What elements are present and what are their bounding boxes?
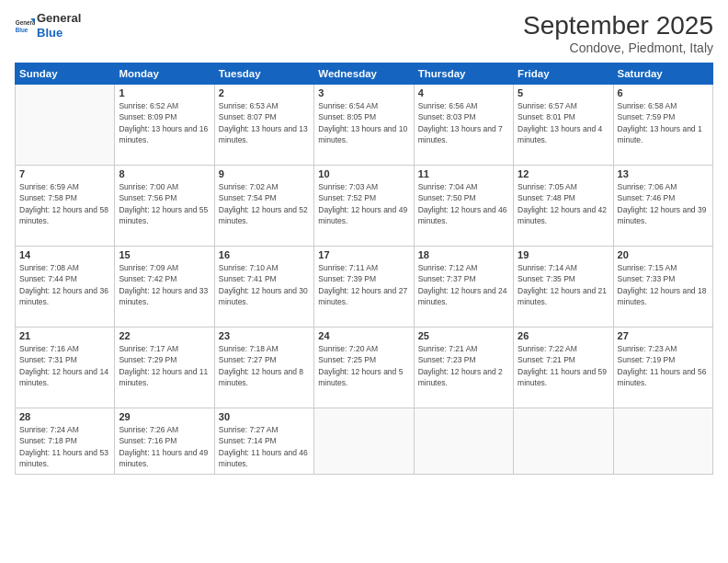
- location: Condove, Piedmont, Italy: [523, 40, 713, 55]
- header-saturday: Saturday: [613, 63, 712, 85]
- cell-date: 9: [219, 168, 310, 179]
- cell-info: Sunrise: 7:26 AMSunset: 7:16 PMDaylight:…: [119, 424, 210, 469]
- calendar-table: Sunday Monday Tuesday Wednesday Thursday…: [15, 63, 713, 475]
- cell-info: Sunrise: 6:56 AMSunset: 8:03 PMDaylight:…: [418, 100, 509, 145]
- cell-date: 24: [318, 330, 409, 341]
- cell-info: Sunrise: 7:02 AMSunset: 7:54 PMDaylight:…: [219, 181, 310, 226]
- svg-text:Blue: Blue: [16, 27, 28, 33]
- title-block: September 2025 Condove, Piedmont, Italy: [523, 11, 713, 55]
- cell-date: 13: [618, 168, 709, 179]
- cell-date: 5: [518, 87, 609, 98]
- cell-info: Sunrise: 6:52 AMSunset: 8:09 PMDaylight:…: [119, 100, 210, 145]
- cell-date: 6: [618, 87, 709, 98]
- cell-info: Sunrise: 7:09 AMSunset: 7:42 PMDaylight:…: [119, 262, 210, 307]
- table-row: [16, 85, 115, 166]
- cell-date: 21: [19, 330, 110, 341]
- cell-info: Sunrise: 7:08 AMSunset: 7:44 PMDaylight:…: [19, 262, 110, 307]
- cell-date: 19: [518, 249, 609, 260]
- table-row: 22 Sunrise: 7:17 AMSunset: 7:29 PMDaylig…: [115, 327, 214, 408]
- cell-date: 1: [119, 87, 210, 98]
- cell-info: Sunrise: 7:05 AMSunset: 7:48 PMDaylight:…: [518, 181, 609, 226]
- header: General Blue General Blue September 2025…: [15, 11, 713, 55]
- cell-info: Sunrise: 7:21 AMSunset: 7:23 PMDaylight:…: [418, 343, 509, 388]
- table-row: 29 Sunrise: 7:26 AMSunset: 7:16 PMDaylig…: [115, 408, 214, 475]
- header-sunday: Sunday: [16, 63, 115, 85]
- logo-general-text: General: [37, 11, 81, 26]
- table-row: 10 Sunrise: 7:03 AMSunset: 7:52 PMDaylig…: [314, 166, 414, 247]
- table-row: 16 Sunrise: 7:10 AMSunset: 7:41 PMDaylig…: [214, 247, 313, 327]
- month-year: September 2025: [523, 11, 713, 40]
- table-row: 3 Sunrise: 6:54 AMSunset: 8:05 PMDayligh…: [314, 85, 414, 166]
- table-row: 1 Sunrise: 6:52 AMSunset: 8:09 PMDayligh…: [115, 85, 214, 166]
- cell-date: 27: [618, 330, 709, 341]
- cell-date: 12: [518, 168, 609, 179]
- cell-date: 20: [618, 249, 709, 260]
- cell-date: 2: [219, 87, 310, 98]
- cell-info: Sunrise: 7:16 AMSunset: 7:31 PMDaylight:…: [19, 343, 110, 388]
- table-row: 17 Sunrise: 7:11 AMSunset: 7:39 PMDaylig…: [314, 247, 414, 327]
- table-row: 5 Sunrise: 6:57 AMSunset: 8:01 PMDayligh…: [514, 85, 613, 166]
- table-row: 19 Sunrise: 7:14 AMSunset: 7:35 PMDaylig…: [514, 247, 613, 327]
- header-tuesday: Tuesday: [214, 63, 313, 85]
- cell-date: 18: [418, 249, 509, 260]
- cell-date: 8: [119, 168, 210, 179]
- cell-date: 23: [219, 330, 310, 341]
- cell-info: Sunrise: 7:12 AMSunset: 7:37 PMDaylight:…: [418, 262, 509, 307]
- header-friday: Friday: [514, 63, 613, 85]
- header-thursday: Thursday: [414, 63, 513, 85]
- cell-date: 11: [418, 168, 509, 179]
- cell-info: Sunrise: 7:06 AMSunset: 7:46 PMDaylight:…: [618, 181, 709, 226]
- table-row: [414, 408, 513, 475]
- cell-info: Sunrise: 7:10 AMSunset: 7:41 PMDaylight:…: [219, 262, 310, 307]
- table-row: 18 Sunrise: 7:12 AMSunset: 7:37 PMDaylig…: [414, 247, 513, 327]
- table-row: 7 Sunrise: 6:59 AMSunset: 7:58 PMDayligh…: [16, 166, 115, 247]
- table-row: 12 Sunrise: 7:05 AMSunset: 7:48 PMDaylig…: [514, 166, 613, 247]
- table-row: 8 Sunrise: 7:00 AMSunset: 7:56 PMDayligh…: [115, 166, 214, 247]
- cell-date: 16: [219, 249, 310, 260]
- cell-date: 3: [318, 87, 409, 98]
- cell-info: Sunrise: 6:58 AMSunset: 7:59 PMDaylight:…: [618, 100, 709, 145]
- cell-date: 26: [518, 330, 609, 341]
- cell-info: Sunrise: 7:22 AMSunset: 7:21 PMDaylight:…: [518, 343, 609, 388]
- cell-info: Sunrise: 7:27 AMSunset: 7:14 PMDaylight:…: [219, 424, 310, 469]
- table-row: 4 Sunrise: 6:56 AMSunset: 8:03 PMDayligh…: [414, 85, 513, 166]
- day-header-row: Sunday Monday Tuesday Wednesday Thursday…: [16, 63, 713, 85]
- table-row: 30 Sunrise: 7:27 AMSunset: 7:14 PMDaylig…: [214, 408, 313, 475]
- table-row: 14 Sunrise: 7:08 AMSunset: 7:44 PMDaylig…: [16, 247, 115, 327]
- table-row: 9 Sunrise: 7:02 AMSunset: 7:54 PMDayligh…: [214, 166, 313, 247]
- table-row: 27 Sunrise: 7:23 AMSunset: 7:19 PMDaylig…: [613, 327, 712, 408]
- cell-date: 25: [418, 330, 509, 341]
- svg-text:General: General: [16, 19, 35, 26]
- table-row: [613, 408, 712, 475]
- cell-info: Sunrise: 7:24 AMSunset: 7:18 PMDaylight:…: [19, 424, 110, 469]
- table-row: 6 Sunrise: 6:58 AMSunset: 7:59 PMDayligh…: [613, 85, 712, 166]
- cell-date: 14: [19, 249, 110, 260]
- table-row: 28 Sunrise: 7:24 AMSunset: 7:18 PMDaylig…: [16, 408, 115, 475]
- cell-info: Sunrise: 6:59 AMSunset: 7:58 PMDaylight:…: [19, 181, 110, 226]
- table-row: 2 Sunrise: 6:53 AMSunset: 8:07 PMDayligh…: [214, 85, 313, 166]
- cell-info: Sunrise: 7:18 AMSunset: 7:27 PMDaylight:…: [219, 343, 310, 388]
- table-row: [314, 408, 414, 475]
- cell-info: Sunrise: 7:14 AMSunset: 7:35 PMDaylight:…: [518, 262, 609, 307]
- logo-icon: General Blue: [15, 16, 35, 36]
- cell-date: 22: [119, 330, 210, 341]
- cell-date: 28: [19, 411, 110, 422]
- cell-info: Sunrise: 7:15 AMSunset: 7:33 PMDaylight:…: [618, 262, 709, 307]
- cell-info: Sunrise: 7:03 AMSunset: 7:52 PMDaylight:…: [318, 181, 409, 226]
- table-row: 13 Sunrise: 7:06 AMSunset: 7:46 PMDaylig…: [613, 166, 712, 247]
- logo-blue-text: Blue: [37, 26, 81, 40]
- cell-info: Sunrise: 7:23 AMSunset: 7:19 PMDaylight:…: [618, 343, 709, 388]
- table-row: 21 Sunrise: 7:16 AMSunset: 7:31 PMDaylig…: [16, 327, 115, 408]
- cell-date: 17: [318, 249, 409, 260]
- cell-info: Sunrise: 7:11 AMSunset: 7:39 PMDaylight:…: [318, 262, 409, 307]
- cell-info: Sunrise: 7:04 AMSunset: 7:50 PMDaylight:…: [418, 181, 509, 226]
- header-monday: Monday: [115, 63, 214, 85]
- calendar-page: General Blue General Blue September 2025…: [0, 0, 728, 563]
- logo: General Blue General Blue: [15, 11, 81, 40]
- table-row: 15 Sunrise: 7:09 AMSunset: 7:42 PMDaylig…: [115, 247, 214, 327]
- cell-date: 15: [119, 249, 210, 260]
- cell-date: 29: [119, 411, 210, 422]
- table-row: [514, 408, 613, 475]
- cell-date: 30: [219, 411, 310, 422]
- table-row: 25 Sunrise: 7:21 AMSunset: 7:23 PMDaylig…: [414, 327, 513, 408]
